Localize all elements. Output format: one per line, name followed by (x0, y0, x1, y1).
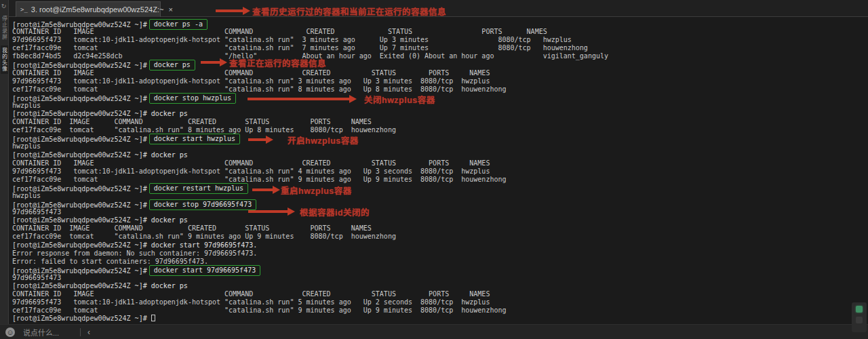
command-box: docker start 97d96695f473 (149, 265, 261, 276)
terminal-output-text: CONTAINER ID IMAGE COMMAND CREATED STATU… (12, 69, 490, 77)
terminal-output-text: 97d96695f473 tomcat:10-jdk11-adoptopenjd… (12, 36, 572, 43)
terminal-output-text: cef17facc09e tomcat "catalina.sh run" 9 … (12, 306, 506, 314)
annotation-restart-container: 重启hwzplus容器 (252, 184, 352, 195)
annotation-start-container: 开启hwzplus容器 (248, 134, 359, 145)
terminal-output-text: cef17facc09e tomcat "catalina.sh run" 9 … (12, 176, 506, 183)
divider (80, 328, 81, 336)
terminal-output-text: hwzplus (12, 102, 41, 109)
command-text: docker ps (151, 282, 188, 290)
terminal-output-text: CONTAINER ID IMAGE COMMAND CREATED STATU… (12, 224, 372, 232)
terminal-line: CONTAINER ID IMAGE COMMAND CREATED STATU… (12, 28, 868, 36)
red-arrow-icon (248, 98, 349, 100)
command-box: docker ps -a (149, 19, 208, 30)
terminal-output-text: hwzplus (12, 142, 41, 150)
widget-green-icon (856, 306, 863, 313)
terminal-line: [root@iZm5e8wrubqdpew00wz524Z ~]#docker … (12, 20, 868, 28)
screen: ↻ 停止录屏 我的头像 >_ 3. root@iZm5e8wrubqdpew00… (0, 0, 868, 339)
terminal-line: [root@iZm5e8wrubqdpew00wz524Z ~]#docker … (12, 282, 868, 290)
terminal-line: [root@iZm5e8wrubqdpew00wz524Z ~]#docker … (12, 184, 868, 192)
command-box: docker start hwzplus (149, 134, 240, 144)
terminal-line: Error: failed to start containers: 97d96… (12, 258, 868, 266)
shell-prompt: [root@iZm5e8wrubqdpew00wz524Z ~]# (12, 315, 147, 322)
red-arrow-icon (248, 210, 288, 213)
terminal-line: fb8ec8d74bd5 d2c94e258dcb "/hello" About… (12, 52, 868, 60)
terminal-line: 97d96695f473 (12, 208, 868, 216)
terminal-output-text: Error response from daemon: No such cont… (12, 250, 257, 257)
terminal-output-text: 97d96695f473 (12, 274, 61, 281)
terminal-line: hwzplus (12, 142, 868, 151)
terminal-line: cef17facc09e tomcat "catalina.sh run" 9 … (12, 176, 868, 184)
left-sidebar: ↻ 停止录屏 我的头像 (0, 0, 9, 324)
command-box: docker restart hwzplus (149, 183, 248, 194)
annotation-stop-container: 关闭hwzplus容器 (248, 94, 435, 104)
terminal-tab[interactable]: >_ 3. root@iZm5e8wrubqdpew00wz524Z:~ × (16, 1, 161, 17)
terminal-line: cef17facc09e tomcat "catalina.sh run" 8 … (12, 126, 868, 134)
terminal-output-text: cef17facc09e tomcat "catalina.sh run" 7 … (12, 44, 588, 52)
terminal-line: [root@iZm5e8wrubqdpew00wz524Z ~]#docker … (12, 216, 868, 224)
terminal-line: CONTAINER ID IMAGE COMMAND CREATED STATU… (12, 290, 868, 298)
terminal-line: 97d96695f473 (12, 274, 868, 282)
terminal-line: 97d96695f473 tomcat:10-jdk11-adoptopenjd… (12, 167, 868, 176)
terminal-line: 97d96695f473 tomcat:10-jdk11-adoptopenjd… (12, 77, 868, 85)
terminal-cursor (151, 315, 155, 321)
red-arrow-icon (248, 138, 266, 141)
red-arrow-icon (201, 61, 220, 64)
comment-bar: ☺ 说点什么... ‹ (0, 324, 868, 339)
terminal-line: hwzplus (12, 102, 868, 110)
sidebar-item-stop-record[interactable]: 停止录屏 (1, 16, 8, 40)
terminal-line: [root@iZm5e8wrubqdpew00wz524Z ~]#docker … (12, 241, 868, 250)
red-arrow-icon (252, 188, 273, 191)
chevron-left-icon[interactable]: ‹ (87, 327, 90, 337)
tab-title: 3. root@iZm5e8wrubqdpew00wz524Z:~ (31, 5, 164, 14)
terminal-output-text: CONTAINER ID IMAGE COMMAND CREATED STATU… (12, 118, 372, 125)
terminal-line: CONTAINER ID IMAGE COMMAND CREATED STATU… (12, 224, 868, 233)
terminal-line: CONTAINER ID IMAGE COMMAND CREATED STATU… (12, 69, 868, 77)
close-icon[interactable]: × (167, 5, 174, 14)
floating-widget[interactable] (852, 302, 867, 332)
shell-prompt: [root@iZm5e8wrubqdpew00wz524Z ~]# (12, 241, 147, 249)
terminal-output[interactable]: [root@iZm5e8wrubqdpew00wz524Z ~]#docker … (9, 18, 868, 324)
shell-prompt: [root@iZm5e8wrubqdpew00wz524Z ~]# (12, 151, 147, 159)
terminal-line: [root@iZm5e8wrubqdpew00wz524Z ~]# (12, 315, 868, 323)
terminal-output-text: hwzplus (12, 192, 41, 199)
terminal-line: cef17facc09e tomcat "catalina.sh run" 9 … (12, 233, 868, 241)
widget-dim-icon (856, 317, 863, 323)
terminal-line: CONTAINER ID IMAGE COMMAND CREATED STATU… (12, 159, 868, 167)
terminal-output-text: 97d96695f473 tomcat:10-jdk11-adoptopenjd… (12, 77, 490, 85)
terminal-line: hwzplus (12, 192, 868, 200)
command-text: docker ps (151, 110, 188, 117)
terminal-line: cef17facc09e tomcat "catalina.sh run" 9 … (12, 306, 868, 315)
sidebar-item-avatar[interactable]: 我的头像 (1, 45, 8, 74)
terminal-line: CONTAINER ID IMAGE COMMAND CREATED STATU… (12, 118, 868, 126)
terminal-icon: >_ (20, 6, 28, 13)
command-box: docker stop 97d96695f473 (149, 199, 257, 210)
annotation-history-containers: 查看历史运行过的容器和当前正在运行的容器信息 (216, 5, 446, 16)
terminal-line: Error response from daemon: No such cont… (12, 250, 868, 258)
terminal-line: 97d96695f473 tomcat:10-jdk11-adoptopenjd… (12, 298, 868, 306)
terminal-output-text: 97d96695f473 tomcat:10-jdk11-adoptopenjd… (12, 167, 490, 175)
terminal-output-text: cef17facc09e tomcat "catalina.sh run" 8 … (12, 85, 506, 93)
terminal-output-text: cef17facc09e tomcat "catalina.sh run" 9 … (12, 233, 396, 240)
command-box: docker ps (149, 60, 195, 71)
red-arrow-icon (216, 9, 243, 12)
command-text: docker ps (151, 151, 188, 159)
terminal-line: [root@iZm5e8wrubqdpew00wz524Z ~]#docker … (12, 200, 868, 208)
shell-prompt: [root@iZm5e8wrubqdpew00wz524Z ~]# (12, 216, 147, 224)
terminal-line: cef17facc09e tomcat "catalina.sh run" 7 … (12, 44, 868, 52)
terminal-line: 97d96695f473 tomcat:10-jdk11-adoptopenjd… (12, 36, 868, 44)
annotation-running-containers: 查看正在运行的容器信息 (201, 57, 326, 68)
terminal-line: [root@iZm5e8wrubqdpew00wz524Z ~]#docker … (12, 110, 868, 118)
terminal-line: [root@iZm5e8wrubqdpew00wz524Z ~]#docker … (12, 60, 868, 68)
terminal-output-text: Error: failed to start containers: 97d96… (12, 258, 208, 265)
emoji-icon[interactable]: ☺ (5, 327, 15, 337)
terminal-line: [root@iZm5e8wrubqdpew00wz524Z ~]#docker … (12, 134, 868, 142)
terminal-output-text: CONTAINER ID IMAGE COMMAND CREATED STATU… (12, 159, 490, 167)
refresh-icon[interactable]: ↻ (0, 2, 7, 10)
terminal-output-text: 97d96695f473 (12, 208, 61, 216)
shell-prompt: [root@iZm5e8wrubqdpew00wz524Z ~]# (12, 282, 147, 290)
comment-input[interactable]: 说点什么... (23, 327, 71, 338)
terminal-line: [root@iZm5e8wrubqdpew00wz524Z ~]#docker … (12, 94, 868, 102)
terminal-line: cef17facc09e tomcat "catalina.sh run" 8 … (12, 85, 868, 94)
shell-prompt: [root@iZm5e8wrubqdpew00wz524Z ~]# (12, 110, 147, 117)
terminal-output-text: CONTAINER ID IMAGE COMMAND CREATED STATU… (12, 290, 490, 298)
